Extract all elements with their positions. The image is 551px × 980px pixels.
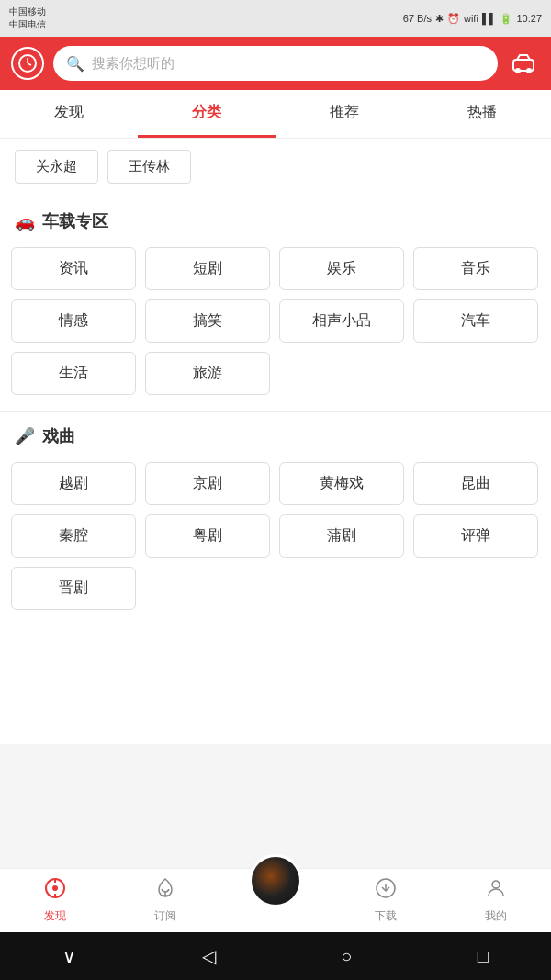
nav-discover[interactable]: 发现 (0, 869, 110, 932)
car-section-title: 车载专区 (42, 210, 108, 232)
android-nav-bar: ∨ ◁ ○ □ (0, 932, 551, 980)
android-home-circle[interactable]: ○ (322, 939, 370, 974)
search-placeholder: 搜索你想听的 (92, 55, 174, 73)
svg-line-2 (28, 63, 31, 65)
avatar-image (252, 857, 299, 905)
time-display: 10:27 (516, 13, 542, 24)
now-playing-avatar[interactable] (249, 854, 302, 907)
artists-row: 关永超 王传林 (0, 139, 551, 195)
svg-point-5 (526, 68, 532, 73)
battery-icon: 🔋 (500, 13, 512, 25)
chip-duanju[interactable]: 短剧 (145, 247, 270, 290)
android-back-btn[interactable]: ∨ (44, 938, 95, 974)
opera-chips-grid: 越剧 京剧 黄梅戏 昆曲 秦腔 粤剧 蒲剧 评弹 晋剧 (0, 455, 551, 625)
clock-button[interactable] (11, 47, 44, 80)
nav-center[interactable] (220, 869, 331, 932)
header: 🔍 搜索你想听的 (0, 37, 551, 90)
alarm-icon: ⏰ (447, 13, 460, 25)
content-area: 关永超 王传林 🚗 车载专区 资讯 短剧 娱乐 音乐 情感 搞笑 相声小品 汽车… (0, 139, 551, 744)
speed-indicator: 67 B/s (403, 13, 432, 24)
chip-qiche[interactable]: 汽车 (413, 299, 538, 343)
svg-point-4 (515, 68, 521, 73)
chip-lvyou[interactable]: 旅游 (145, 352, 270, 395)
nav-tabs: 发现 分类 推荐 热播 (0, 90, 551, 139)
svg-point-7 (52, 885, 58, 891)
nav-subscribe[interactable]: 订阅 (110, 869, 220, 932)
carrier-info: 中国移动 中国电信 (9, 6, 46, 31)
chip-pingtan[interactable]: 评弹 (413, 514, 538, 558)
chip-xiangsheng[interactable]: 相声小品 (279, 299, 404, 343)
chip-kunqu[interactable]: 昆曲 (413, 462, 538, 505)
chip-yinyue[interactable]: 音乐 (413, 247, 538, 290)
chip-qinqiang[interactable]: 秦腔 (11, 514, 136, 558)
artist-chip-1[interactable]: 王传林 (107, 150, 191, 184)
opera-section: 🎤 戏曲 越剧 京剧 黄梅戏 昆曲 秦腔 粤剧 蒲剧 评弹 晋剧 (0, 411, 551, 625)
car-mode-button[interactable] (507, 47, 540, 80)
android-recent-btn[interactable]: □ (459, 939, 507, 974)
opera-section-title: 戏曲 (42, 425, 75, 447)
chip-xinxi[interactable]: 资讯 (11, 247, 136, 290)
search-bar[interactable]: 🔍 搜索你想听的 (53, 46, 498, 81)
discover-icon (44, 877, 66, 905)
wifi-icon: wifi (464, 13, 478, 24)
chip-yule[interactable]: 娱乐 (279, 247, 404, 290)
search-icon: 🔍 (66, 55, 84, 73)
nav-discover-label: 发现 (44, 908, 66, 924)
nav-mine[interactable]: 我的 (441, 869, 551, 932)
svg-point-14 (492, 881, 500, 888)
tab-category[interactable]: 分类 (138, 90, 276, 138)
nav-download[interactable]: 下载 (331, 869, 441, 932)
opera-section-icon: 🎤 (15, 426, 35, 446)
android-home-btn[interactable]: ◁ (184, 938, 234, 974)
car-section-icon: 🚗 (15, 211, 35, 231)
nav-subscribe-label: 订阅 (154, 908, 176, 924)
chip-jinju[interactable]: 晋剧 (11, 567, 136, 610)
signal-icon: ▌▌ (482, 13, 497, 24)
chip-puju[interactable]: 蒲剧 (279, 514, 404, 558)
chip-yueju2[interactable]: 粤剧 (145, 514, 270, 558)
tab-hot[interactable]: 热播 (413, 90, 551, 138)
nav-mine-label: 我的 (485, 908, 507, 924)
mine-icon (485, 877, 507, 905)
nav-download-label: 下载 (375, 908, 397, 924)
chip-jingju[interactable]: 京剧 (145, 462, 270, 505)
car-section-header: 🚗 车载专区 (0, 197, 551, 240)
status-bar: 中国移动 中国电信 67 B/s ✱ ⏰ wifi ▌▌ 🔋 10:27 (0, 0, 551, 37)
chip-shenghuo[interactable]: 生活 (11, 352, 136, 395)
bluetooth-icon: ✱ (435, 13, 444, 25)
subscribe-icon (154, 877, 176, 905)
tab-recommend[interactable]: 推荐 (276, 90, 413, 138)
tab-discover[interactable]: 发现 (0, 90, 138, 138)
chip-gaoxiao[interactable]: 搞笑 (145, 299, 270, 343)
download-icon (375, 877, 397, 905)
chip-qinggan[interactable]: 情感 (11, 299, 136, 343)
car-chips-grid: 资讯 短剧 娱乐 音乐 情感 搞笑 相声小品 汽车 生活 旅游 (0, 240, 551, 410)
opera-section-header: 🎤 戏曲 (0, 411, 551, 455)
car-section: 🚗 车载专区 资讯 短剧 娱乐 音乐 情感 搞笑 相声小品 汽车 生活 旅游 (0, 197, 551, 410)
chip-huangmeixi[interactable]: 黄梅戏 (279, 462, 404, 505)
chip-yueju[interactable]: 越剧 (11, 462, 136, 505)
status-right: 67 B/s ✱ ⏰ wifi ▌▌ 🔋 10:27 (403, 13, 542, 25)
artist-chip-0[interactable]: 关永超 (15, 150, 98, 184)
bottom-nav: 发现 订阅 下载 (0, 868, 551, 932)
